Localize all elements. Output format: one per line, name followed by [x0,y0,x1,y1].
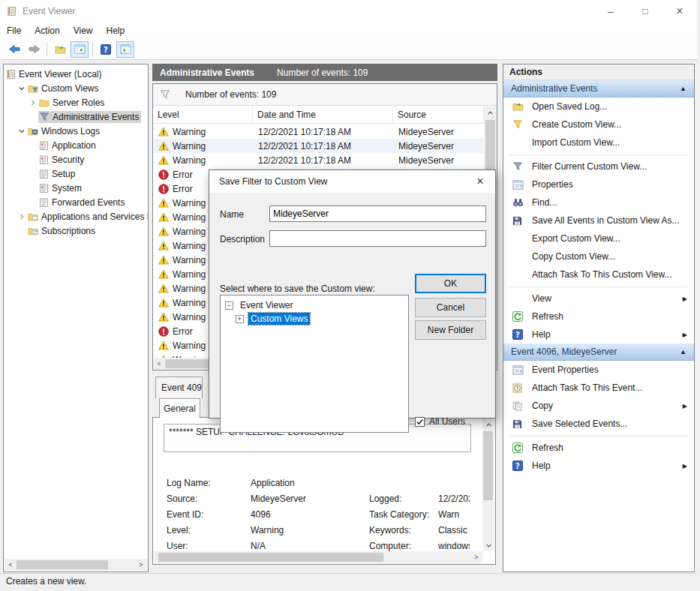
action-open-saved-log[interactable]: Open Saved Log... [503,98,694,116]
field-label: Computer: [369,541,438,551]
column-header-date-and-time[interactable]: Date and Time [253,106,393,123]
sidebar-horizontal-scrollbar[interactable]: < > [5,559,147,571]
scroll-left-icon[interactable]: < [5,559,17,571]
all-users-checkbox[interactable]: All Users [415,416,465,427]
back-arrow-icon [8,44,21,54]
help-icon: ? [101,44,111,55]
titlebar: Event Viewer – □ × [0,0,697,22]
sidebar-item-security[interactable]: Security [4,152,148,166]
scroll-up-icon[interactable] [482,418,494,430]
chevron-collapsed-icon[interactable] [17,213,27,220]
menu-file[interactable]: File [0,23,28,38]
event-row[interactable]: Warning12/2/2021 10:17:18 AMMideyeServer [154,124,484,139]
sidebar-item-setup[interactable]: Setup [4,166,148,181]
tab-event-4096[interactable]: Event 4096, [155,376,203,398]
field-value: N/A [251,541,369,551]
console-window-left-icon [74,44,86,54]
sidebar-item-system[interactable]: System [4,181,148,195]
filter-text: Number of events: 109 [185,89,276,100]
scrollbar-thumb[interactable] [485,120,495,172]
column-header-level[interactable]: Level [153,106,253,123]
name-field[interactable] [269,206,486,222]
scroll-down-icon[interactable] [482,539,494,551]
column-header-source[interactable]: Source [393,106,484,123]
section-header-label: Administrative Events [511,83,680,94]
action-import-custom-view[interactable]: Import Custom View... [503,134,694,152]
chevron-collapsed-icon[interactable] [28,99,38,106]
toolbar-help-button[interactable]: ? [97,41,115,58]
funnel-gray-icon [512,162,526,171]
toolbar-forward-button[interactable] [25,41,43,58]
close-button[interactable]: × [662,0,697,22]
sidebar-item-applications-and-services-lo[interactable]: Applications and Services Lo [4,209,148,224]
preview-horizontal-scrollbar[interactable]: > [154,551,482,563]
action-copy[interactable]: Copy▶ [503,397,694,415]
scroll-right-icon[interactable]: > [135,559,147,571]
svg-text:?: ? [515,331,520,339]
tab-general[interactable]: General [159,398,200,418]
description-field[interactable] [269,230,486,247]
menu-help[interactable]: Help [100,23,132,38]
scroll-up-icon[interactable] [484,106,496,118]
warning-icon [158,312,169,322]
scrollbar-thumb[interactable] [17,560,108,569]
sidebar-item-server-roles[interactable]: Server Roles [4,95,148,110]
menu-view[interactable]: View [67,23,100,38]
event-row[interactable]: Warning12/2/2021 10:17:18 AMMideyeServer [154,139,484,153]
dialog-tree-item-custom-views[interactable]: +Custom Views [221,312,408,326]
toolbar-open-saved-log-button[interactable] [51,41,69,58]
sidebar-item-windows-logs[interactable]: Windows Logs [4,124,148,138]
dialog-tree-item-event-viewer[interactable]: −Event Viewer [221,298,408,312]
action-save-selected-events[interactable]: Save Selected Events... [503,415,694,433]
menu-action[interactable]: Action [28,23,66,38]
action-copy-custom-view[interactable]: Copy Custom View... [503,248,694,266]
maximize-button[interactable]: □ [628,0,662,22]
actions-section-event-4096-mideyeserver[interactable]: Event 4096, MideyeServer▲ [503,344,694,361]
action-attach-task-to-this-custom-view[interactable]: Attach Task To This Custom View... [503,266,694,284]
toolbar-show-action-pane-button[interactable] [116,41,134,58]
action-help[interactable]: ?Help▶ [503,326,694,344]
action-find[interactable]: Find... [503,194,694,212]
sidebar-item-forwarded-events[interactable]: Forwarded Events [4,195,148,209]
action-attach-task-to-this-event[interactable]: Attach Task To This Event... [503,379,694,397]
scroll-left-icon[interactable]: < [153,358,165,370]
action-refresh[interactable]: Refresh [503,308,694,326]
ok-button[interactable]: OK [415,274,486,293]
minimize-button[interactable]: – [593,0,628,22]
actions-section-administrative-events[interactable]: Administrative Events▲ [503,80,694,98]
svg-text:?: ? [515,462,520,470]
toolbar-back-button[interactable] [5,41,23,58]
cancel-button[interactable]: Cancel [415,298,486,317]
collapse-icon[interactable]: ▲ [680,348,686,356]
event-row[interactable]: Warning12/2/2021 10:17:18 AMMideyeServer [154,153,484,167]
action-event-properties[interactable]: Event Properties [503,361,694,379]
action-refresh[interactable]: Refresh [503,439,694,457]
floppy-icon [512,216,526,226]
sidebar-item-event-viewer-local[interactable]: Event Viewer (Local) [4,67,148,81]
chevron-expanded-icon[interactable] [17,128,27,135]
action-create-custom-view[interactable]: Create Custom View... [503,116,694,134]
preview-vertical-scrollbar[interactable] [482,418,494,551]
sidebar-item-administrative-events[interactable]: Administrative Events [4,110,148,124]
new-folder-button[interactable]: New Folder [415,320,486,340]
scrollbar-thumb[interactable] [483,431,493,500]
sidebar-item-custom-views[interactable]: Custom Views [4,81,148,95]
collapse-box-icon[interactable]: − [225,302,233,310]
sidebar-item-application[interactable]: Application [4,138,148,152]
action-properties[interactable]: Properties [503,176,694,194]
dialog-close-icon[interactable]: × [465,170,495,193]
sidebar-item-subscriptions[interactable]: Subscriptions [4,224,148,238]
action-save-all-events-in-custom-view-as[interactable]: Save All Events in Custom View As... [503,212,694,230]
action-export-custom-view[interactable]: Export Custom View... [503,230,694,248]
scrollbar-thumb[interactable] [158,553,383,562]
scroll-right-icon[interactable]: > [470,551,482,563]
action-label: Copy [532,400,694,411]
collapse-icon[interactable]: ▲ [680,85,686,92]
action-view[interactable]: View▶ [503,290,694,308]
toolbar-show-console-tree-button[interactable] [71,41,89,58]
chevron-expanded-icon[interactable] [17,85,27,92]
action-label: Help [532,329,694,340]
action-filter-current-custom-view[interactable]: Filter Current Custom View... [503,158,694,176]
action-help[interactable]: ?Help▶ [503,457,694,475]
expand-box-icon[interactable]: + [236,315,244,323]
